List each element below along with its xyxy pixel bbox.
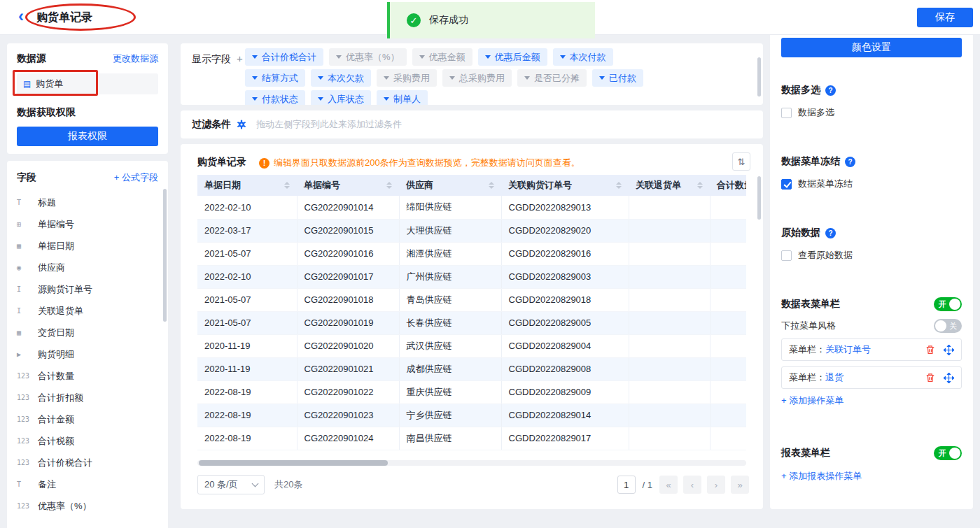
table-row[interactable]: 2020-11-19CG20220901021成都供应链CGDD20220829… [197,357,746,380]
display-field-chip[interactable]: 合计价税合计 [245,48,323,66]
field-item[interactable]: 123合计税额 [7,430,168,452]
scrollbar[interactable] [163,189,167,322]
field-item[interactable]: I源购货订单号 [7,278,168,300]
raw-data-checkbox[interactable] [781,250,792,261]
column-header[interactable]: 合计数量 [710,175,746,196]
menu-item-prefix: 菜单栏： [789,371,825,384]
table-cell: CG20220901020 [297,334,399,357]
move-icon[interactable] [944,345,954,355]
field-item[interactable]: 123合计金额 [7,408,168,430]
table-cell: CGDD20220829020 [501,219,629,242]
display-field-chip[interactable]: 总采购费用 [442,69,512,87]
field-item[interactable]: 123优惠率（%） [7,495,168,517]
field-item[interactable]: 123合计折扣额 [7,387,168,408]
table-row[interactable]: 2022-08-19CG20220901023宁乡供应链CGDD20220829… [197,404,746,427]
report-permission-button[interactable]: 报表权限 [17,127,158,146]
display-field-chip[interactable]: 已付款 [592,69,643,87]
field-item[interactable]: 123合计价税合计 [7,452,168,473]
column-header[interactable]: 单据编号 [297,175,399,196]
help-icon[interactable]: ? [825,228,836,238]
save-button[interactable]: 保存 [917,8,973,27]
display-field-chip[interactable]: 优惠后金额 [478,48,547,66]
table-row[interactable]: 2021-05-07CG20220901016湘潭供应链CGDD20220829… [197,242,746,265]
column-header[interactable]: 供应商 [399,175,501,196]
sort-icon[interactable] [489,182,494,189]
delete-icon[interactable] [925,345,935,355]
prev-page-button[interactable]: ‹ [683,476,701,494]
chip-label: 优惠金额 [429,51,465,64]
chevron-down-icon [252,480,259,487]
field-item[interactable]: 123合计数量 [7,365,168,387]
dropdown-style-toggle[interactable]: 关 [934,319,962,333]
display-field-chip[interactable]: 入库状态 [311,90,371,105]
menu-bar-item[interactable]: 菜单栏：关联订单号 [781,338,962,361]
display-field-chip[interactable]: 本次付款 [553,48,613,66]
next-page-button[interactable]: › [707,476,725,494]
last-page-button[interactable]: » [731,476,749,494]
filter-dropzone-placeholder[interactable]: 拖动左侧字段到此处来添加过滤条件 [256,118,402,131]
display-field-chip[interactable]: 是否已分摊 [517,69,587,87]
display-field-chip[interactable]: 优惠金额 [412,48,472,66]
table-cell: CGDD20220829018 [501,288,629,311]
first-page-button[interactable]: « [659,476,678,494]
back-icon[interactable]: ‹ [18,6,24,26]
table-cell [710,427,746,450]
display-field-chip[interactable]: 结算方式 [245,69,305,87]
display-field-chip[interactable]: 制单人 [377,90,428,105]
table-row[interactable]: 2021-05-07CG20220901018青岛供应链CGDD20220829… [197,288,746,311]
field-item[interactable]: ⊞单据编号 [7,213,168,235]
display-field-chip[interactable]: 优惠率（%） [329,48,407,66]
field-item[interactable]: T备注 [7,473,168,495]
scrollbar[interactable] [757,57,761,97]
change-datasource-link[interactable]: 更改数据源 [113,52,158,65]
move-icon[interactable] [944,373,954,383]
table-row[interactable]: 2020-11-19CG20220901020武汉供应链CGDD20220829… [197,334,746,357]
multi-select-checkbox[interactable] [781,108,792,118]
column-header[interactable]: 关联购货订单号 [501,175,629,196]
table-row[interactable]: 2022-02-10CG20220901014绵阳供应链CGDD20220829… [197,196,746,219]
current-page-input[interactable]: 1 [617,476,636,494]
sort-icon[interactable] [697,182,703,189]
delete-icon[interactable] [925,373,935,383]
add-report-menu-link[interactable]: + 添加报表操作菜单 [781,470,862,483]
scrollbar[interactable] [757,176,761,220]
field-item[interactable]: ▶购货明细 [7,343,168,365]
table-row[interactable]: 2021-05-07CG20220901019长春供应链CGDD20220829… [197,311,746,334]
field-item[interactable]: ▦交货日期 [7,322,168,343]
help-icon[interactable]: ? [845,157,855,167]
column-header[interactable]: 单据日期 [197,175,297,196]
horizontal-scrollbar-thumb[interactable] [199,460,388,466]
table-row[interactable]: 2022-08-19CG20220901024南昌供应链CGDD20220829… [197,427,746,450]
sort-icon[interactable] [616,182,622,189]
display-field-chip[interactable]: 付款状态 [245,90,305,105]
sort-icon[interactable] [284,182,290,189]
page-size-select[interactable]: 20 条/页 [197,475,265,494]
table-row[interactable]: 2022-02-10CG20220901017广州供应链CGDD20220829… [197,265,746,288]
color-settings-button[interactable]: 颜色设置 [781,38,962,57]
table-row[interactable]: 2022-08-19CG20220901022重庆供应链CGDD20220829… [197,380,746,404]
add-formula-field-link[interactable]: + 公式字段 [114,171,158,184]
add-field-icon[interactable]: + [237,52,243,64]
table-menu-toggle[interactable]: 开 [934,297,962,311]
sort-icon[interactable] [386,182,392,189]
menu-freeze-checkbox[interactable] [781,179,792,190]
add-action-menu-link[interactable]: + 添加操作菜单 [781,394,844,407]
field-item[interactable]: T标题 [7,192,168,213]
field-item[interactable]: I关联退货单 [7,300,168,322]
display-field-chip[interactable]: 采购费用 [377,69,437,87]
table-row[interactable]: 2022-03-17CG20220901015大理供应链CGDD20220829… [197,219,746,242]
sort-button[interactable]: ⇅ [732,152,750,171]
chevron-down-icon [252,76,258,80]
gear-icon[interactable] [237,120,246,129]
field-item[interactable]: ◉供应商 [7,257,168,278]
menu-bar-item[interactable]: 菜单栏：退货 [781,366,962,389]
display-field-chip[interactable]: 本次欠款 [311,69,371,87]
horizontal-scrollbar[interactable] [197,460,746,466]
help-icon[interactable]: ? [825,85,836,96]
datasource-item[interactable]: ▤ 购货单 [17,73,158,94]
report-menu-toggle[interactable]: 开 [934,446,962,460]
field-item[interactable]: ▦单据日期 [7,235,168,257]
field-list: T标题⊞单据编号▦单据日期◉供应商I源购货订单号I关联退货单▦交货日期▶购货明细… [7,192,168,517]
table-cell: 青岛供应链 [399,288,501,311]
column-header[interactable]: 关联退货单 [629,175,710,196]
